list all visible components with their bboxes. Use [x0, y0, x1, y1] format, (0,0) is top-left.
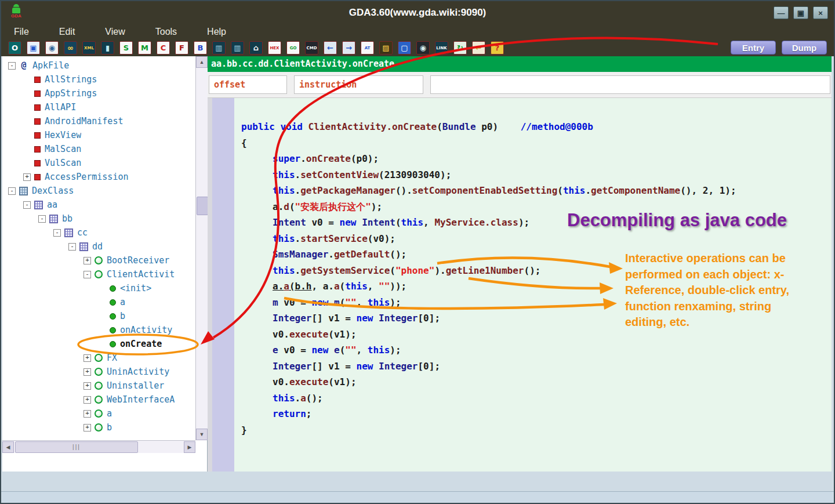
restore-icon[interactable]: ▣	[793, 6, 808, 19]
binoculars-icon[interactable]: ∞	[64, 41, 77, 55]
code-line[interactable]: return;	[234, 406, 832, 422]
scroll-down-icon[interactable]: ▼	[196, 429, 208, 440]
code-line[interactable]: SmsManager.getDefault();	[234, 246, 832, 263]
tree-item-hexview[interactable]: HexView	[2, 128, 195, 142]
save-icon[interactable]: ▣	[27, 41, 40, 55]
tree-item-onactivity[interactable]: onActivity	[2, 323, 195, 337]
menu-item-help[interactable]: Help	[207, 27, 226, 37]
search-icon[interactable]: ◉	[45, 41, 59, 55]
scroll-right-icon[interactable]: ▶	[184, 441, 195, 453]
tree-item-accesspermission[interactable]: +AccessPermission	[2, 170, 195, 184]
tree-item-b[interactable]: b	[2, 309, 195, 323]
empty-column-header[interactable]	[430, 75, 830, 94]
code-line[interactable]: {	[234, 135, 832, 151]
menu-item-edit[interactable]: Edit	[59, 27, 75, 37]
monitor2-icon[interactable]: ▥	[231, 41, 244, 55]
minimize-icon[interactable]: —	[774, 6, 789, 19]
code-line[interactable]: Intent v0 = new Intent(this, MyService.c…	[234, 215, 832, 231]
tree-item-fx[interactable]: +FX	[2, 351, 195, 365]
tree-item-clientactivit[interactable]: -ClientActivit	[2, 267, 195, 281]
menu-item-tools[interactable]: Tools	[155, 27, 177, 37]
string-icon[interactable]: S	[119, 41, 133, 55]
close-icon[interactable]: ×	[813, 6, 828, 19]
minus-expander-icon[interactable]: -	[8, 187, 16, 195]
tree-item-allapi[interactable]: AllAPI	[2, 100, 195, 114]
code-line[interactable]: e v0 = new e("", this);	[234, 342, 832, 358]
tree-item-bb[interactable]: -bb	[2, 212, 195, 226]
minus-expander-icon[interactable]: -	[84, 271, 91, 278]
tree-item-b[interactable]: +b	[2, 420, 195, 434]
class-icon[interactable]: C	[157, 41, 170, 55]
tree-item-oncreate[interactable]: onCreate	[2, 337, 195, 351]
scroll-left-icon[interactable]: ◀	[2, 441, 14, 453]
tree-item-init[interactable]: <init>	[2, 281, 195, 295]
code-line[interactable]: a.a(b.h, a.a(this, ""));	[234, 278, 832, 295]
minus-expander-icon[interactable]: -	[38, 215, 46, 223]
code-line[interactable]: this.getPackageManager().setComponentEna…	[234, 183, 832, 199]
plus-expander-icon[interactable]: +	[84, 368, 91, 376]
instruction-column-header[interactable]: instruction	[294, 75, 423, 94]
open-icon[interactable]: O	[8, 41, 21, 55]
plus-expander-icon[interactable]: +	[84, 354, 91, 362]
code-line[interactable]: super.onCreate(p0);	[234, 151, 832, 167]
tree-item-uninactivity[interactable]: +UninActivity	[2, 365, 195, 379]
tree-item-cc[interactable]: -cc	[2, 226, 195, 240]
tree-item-dexclass[interactable]: -DexClass	[2, 184, 195, 198]
horizontal-scroll-thumb[interactable]: |||	[15, 441, 138, 453]
go-icon[interactable]: GO	[286, 41, 300, 55]
method-icon[interactable]: M	[138, 41, 151, 55]
tree-item-bootreceiver[interactable]: +BootReceiver	[2, 253, 195, 267]
offset-column-header[interactable]: offset	[209, 75, 287, 94]
minus-expander-icon[interactable]: -	[8, 62, 16, 70]
package-icon[interactable]: ▨	[379, 41, 393, 55]
help-icon[interactable]: ?	[491, 41, 504, 55]
back-arrow-icon[interactable]: ←	[324, 41, 337, 55]
tree-item-allstrings[interactable]: AllStrings	[2, 72, 195, 86]
bytecode-icon[interactable]: B	[194, 41, 207, 55]
tree-item-androidmanifest[interactable]: AndroidManifest	[2, 114, 195, 128]
entry-button[interactable]: Entry	[731, 41, 776, 55]
tree-item-aa[interactable]: -aa	[2, 198, 195, 212]
dump-button[interactable]: Dump	[782, 41, 827, 55]
menu-item-file[interactable]: File	[14, 27, 29, 37]
bank-icon[interactable]: ⌂	[249, 41, 263, 55]
title-bar[interactable]: GDA GDA3.60(www.gda.wiki:9090) — ▣ ×	[1, 1, 834, 24]
code-line[interactable]: Integer[] v1 = new Integer[0];	[234, 358, 832, 375]
tree-item-apkfile[interactable]: -@ApkFile	[2, 59, 195, 72]
menu-item-view[interactable]: View	[105, 27, 125, 37]
tree-item-uninstaller[interactable]: +Uninstaller	[2, 379, 195, 393]
code-line[interactable]: v0.execute(v1);	[234, 374, 832, 390]
forward-arrow-icon[interactable]: →	[342, 41, 355, 55]
plus-expander-icon[interactable]: +	[84, 382, 91, 390]
cmd-icon[interactable]: CMD	[305, 41, 318, 55]
field-icon[interactable]: F	[175, 41, 188, 55]
hex-icon[interactable]: HEX	[268, 41, 281, 55]
plus-expander-icon[interactable]: +	[84, 424, 91, 432]
at-icon[interactable]: AT	[361, 41, 374, 55]
plus-expander-icon[interactable]: +	[23, 173, 31, 181]
code-line[interactable]: v0.execute(v1);	[234, 327, 832, 343]
dialog-icon[interactable]: ▢	[398, 41, 411, 55]
tree-item-malscan[interactable]: MalScan	[2, 142, 195, 156]
code-line[interactable]: }	[234, 422, 832, 438]
code-line[interactable]: this.a();	[234, 390, 832, 407]
vertical-scroll-thumb[interactable]	[197, 197, 208, 215]
tree-vertical-scrollbar[interactable]: ▲ ▼	[195, 56, 208, 440]
tree-item-a[interactable]: a	[2, 295, 195, 309]
code-line[interactable]: public void ClientActivity.onCreate(Bund…	[234, 119, 832, 135]
tree-item-vulscan[interactable]: VulScan	[2, 156, 195, 170]
refresh-icon[interactable]: ↻	[453, 41, 467, 55]
plus-expander-icon[interactable]: +	[84, 410, 91, 418]
plus-expander-icon[interactable]: +	[84, 257, 91, 264]
tree-item-a[interactable]: +a	[2, 407, 195, 420]
camera-icon[interactable]: ◉	[416, 41, 430, 55]
tree-item-webinterfacea[interactable]: +WebInterfaceA	[2, 393, 195, 407]
code-line[interactable]: m v0 = new m("", this);	[234, 295, 832, 311]
tree-item-dd[interactable]: -dd	[2, 240, 195, 253]
minus-expander-icon[interactable]: -	[23, 201, 31, 209]
code-line[interactable]: a.d("安装后执行这个");	[234, 199, 832, 215]
code-line[interactable]: this.getSystemService("phone").getLine1N…	[234, 263, 832, 279]
minus-expander-icon[interactable]: -	[53, 229, 61, 237]
undo-icon[interactable]: ↩	[472, 41, 485, 55]
tree-horizontal-scrollbar[interactable]: ◀ ||| ▶	[2, 440, 195, 453]
